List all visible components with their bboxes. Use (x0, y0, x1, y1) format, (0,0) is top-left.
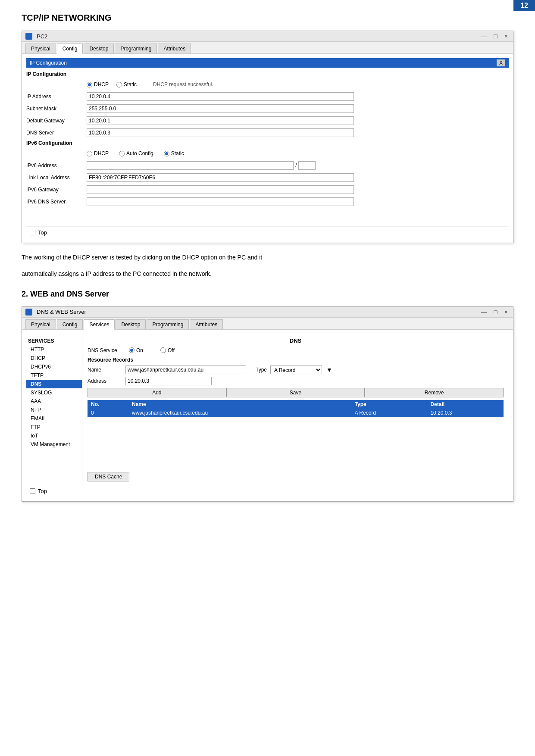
resource-records-heading: Resource Records (88, 357, 504, 363)
dns-tab-attributes[interactable]: Attributes (190, 319, 223, 329)
dns-off-radio[interactable] (160, 347, 166, 353)
dns-on-radio[interactable] (129, 347, 135, 353)
link-local-row: Link Local Address (26, 173, 509, 182)
dns-tab-services[interactable]: Services (84, 319, 115, 330)
col-detail: Detail (427, 400, 504, 409)
ipv6-radio-row: DHCP Auto Config Static (26, 149, 509, 158)
dns-panel: DNS DNS Service On Off (82, 334, 509, 485)
service-vm[interactable]: VM Management (26, 440, 82, 449)
ipv6-dns-input[interactable] (87, 197, 354, 206)
pc2-titlebar: PC2 — □ × (22, 31, 513, 42)
ipv6-static-option[interactable]: Static (164, 150, 184, 156)
ip-config-close[interactable]: X (497, 59, 505, 66)
dns-tab-desktop[interactable]: Desktop (116, 319, 146, 329)
col-name: Name (128, 400, 351, 409)
top-checkbox[interactable] (30, 230, 35, 235)
default-gw-input[interactable] (87, 116, 354, 125)
dns-tab-config[interactable]: Config (57, 319, 83, 329)
slash-separator: / (295, 162, 297, 169)
tab-programming[interactable]: Programming (115, 44, 157, 53)
pc2-tab-bar: Physical Config Desktop Programming Attr… (22, 42, 513, 54)
dns-tab-programming[interactable]: Programming (147, 319, 189, 329)
service-syslog[interactable]: SYSLOG (26, 388, 82, 397)
minimize-button[interactable]: — (479, 33, 488, 40)
ip-config-subheading: IP Configuration (26, 71, 509, 77)
service-iot[interactable]: IoT (26, 431, 82, 440)
maximize-button[interactable]: □ (492, 33, 499, 40)
dns-server-row: DNS Server (26, 128, 509, 137)
ipv6-radio-group[interactable]: DHCP Auto Config Static (87, 150, 184, 156)
top-label: Top (38, 229, 47, 236)
service-ntp[interactable]: NTP (26, 406, 82, 414)
services-sidebar: SERVICES HTTP DHCP DHCPv6 TFTP DNS SYSLO… (26, 334, 82, 485)
section2-heading: 2. WEB and DNS Server (22, 290, 513, 299)
service-ftp[interactable]: FTP (26, 423, 82, 431)
close-window-button[interactable]: × (503, 33, 510, 40)
ipv6-dhcp-radio[interactable] (87, 151, 92, 156)
service-http[interactable]: HTTP (26, 345, 82, 354)
add-button[interactable]: Add (88, 388, 226, 397)
ipv6-config-heading: IPv6 Configuration (26, 140, 509, 146)
link-local-input[interactable] (87, 173, 354, 182)
dns-server-input[interactable] (87, 128, 354, 137)
ipv6-static-radio[interactable] (164, 151, 169, 156)
tab-attributes[interactable]: Attributes (158, 44, 191, 53)
table-row[interactable]: 0www.jashanpreetkaur.csu.edu.auA Record1… (88, 409, 504, 418)
subnet-mask-label: Subnet Mask (26, 106, 87, 112)
dns-tab-physical[interactable]: Physical (25, 319, 56, 329)
service-dns[interactable]: DNS (26, 380, 82, 388)
dns-web-icon (25, 309, 32, 316)
ipv6-autoconfig-option[interactable]: Auto Config (119, 150, 153, 156)
service-email[interactable]: EMAIL (26, 414, 82, 423)
dns-close-button[interactable]: × (503, 309, 510, 316)
dns-top-checkbox[interactable] (30, 488, 35, 494)
dhcp-radio[interactable] (87, 82, 92, 87)
ipv6-address-input[interactable] (87, 161, 294, 170)
dhcp-success-msg: DHCP request successful. (153, 81, 213, 87)
subnet-mask-row: Subnet Mask (26, 104, 509, 113)
address-row: Address (88, 377, 504, 385)
dhcp-option[interactable]: DHCP (87, 81, 109, 87)
service-aaa[interactable]: AAA (26, 397, 82, 406)
address-input[interactable] (125, 377, 212, 385)
tab-physical[interactable]: Physical (25, 44, 56, 53)
dns-web-title: DNS & WEB Server (25, 309, 86, 316)
ipv6-dhcp-option[interactable]: DHCP (87, 150, 109, 156)
service-dhcpv6[interactable]: DHCPv6 (26, 362, 82, 371)
service-dhcp[interactable]: DHCP (26, 354, 82, 362)
default-gw-row: Default Gateway (26, 116, 509, 125)
static-radio[interactable] (116, 82, 122, 87)
ipv6-prefix-input[interactable] (298, 161, 316, 170)
dns-maximize-button[interactable]: □ (492, 309, 499, 316)
dns-onoff-group[interactable]: On Off (129, 347, 504, 353)
dhcp-radio-group[interactable]: DHCP Static DHCP request successful. (87, 81, 509, 87)
para1: The working of the DHCP server is tested… (22, 253, 513, 263)
ipv6-gw-input[interactable] (87, 185, 354, 194)
type-select[interactable]: A Record (270, 366, 322, 374)
remove-button[interactable]: Remove (365, 388, 504, 397)
pc2-controls[interactable]: — □ × (479, 33, 510, 40)
dns-cache-button[interactable]: DNS Cache (88, 472, 129, 481)
ip-address-row: IP Address (26, 92, 509, 101)
dns-action-row: Add Save Remove (88, 388, 504, 397)
tab-config[interactable]: Config (57, 44, 83, 54)
dns-off-option[interactable]: Off (160, 347, 175, 353)
type-field-label: Type (250, 367, 267, 373)
ipv6-auto-radio[interactable] (119, 151, 125, 156)
save-button[interactable]: Save (226, 388, 365, 397)
ipv6-dns-label: IPv6 DNS Server (26, 199, 87, 205)
dns-minimize-button[interactable]: — (479, 309, 488, 316)
services-header: SERVICES (26, 337, 82, 345)
tab-desktop[interactable]: Desktop (84, 44, 114, 53)
type-dropdown-arrow: ▼ (326, 366, 332, 373)
name-input[interactable] (125, 366, 246, 374)
ip-address-input[interactable] (87, 92, 354, 101)
service-tftp[interactable]: TFTP (26, 371, 82, 380)
static-option[interactable]: Static (116, 81, 137, 87)
dhcp-static-row: DHCP Static DHCP request successful. (26, 80, 509, 89)
dns-on-option[interactable]: On (129, 347, 143, 353)
ipv6-gw-row: IPv6 Gateway (26, 185, 509, 194)
subnet-mask-input[interactable] (87, 104, 354, 113)
dns-web-window: DNS & WEB Server — □ × Physical Config S… (22, 306, 513, 502)
dns-web-controls[interactable]: — □ × (479, 309, 510, 316)
